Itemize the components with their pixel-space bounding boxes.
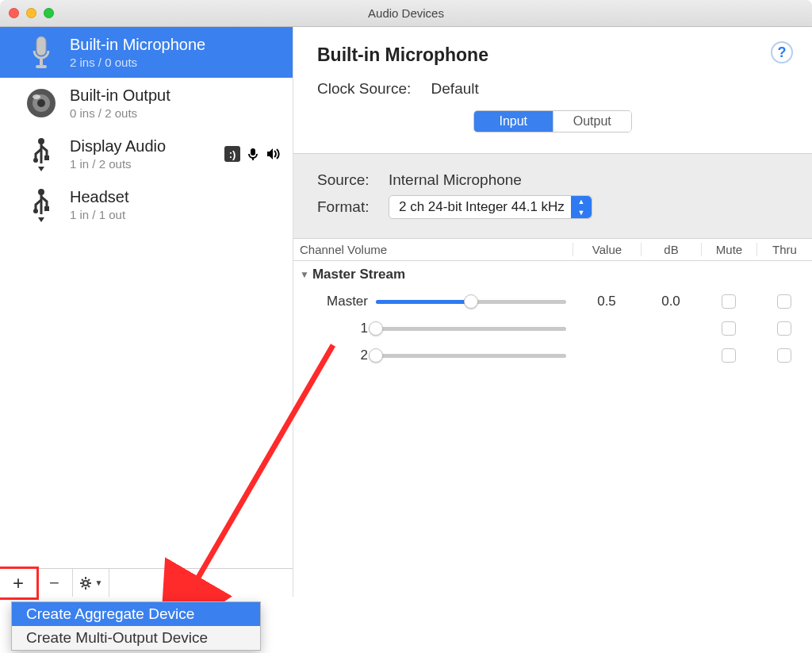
finder-badge-icon: :) <box>224 146 240 162</box>
svg-line-20 <box>82 579 83 581</box>
speaker-icon <box>22 86 60 121</box>
titlebar: Audio Devices <box>0 0 812 27</box>
format-select[interactable]: 2 ch 24-bit Integer 44.1 kHz ▲▼ <box>389 195 592 219</box>
device-name: Display Audio <box>70 137 224 156</box>
help-button[interactable]: ? <box>771 41 793 63</box>
stepper-icon: ▲▼ <box>571 196 592 218</box>
svg-point-13 <box>33 209 38 213</box>
channel-row: 2 <box>293 342 812 369</box>
device-io-count: 1 in / 1 out <box>70 208 293 221</box>
device-io-count: 0 ins / 2 outs <box>70 106 293 120</box>
channel-table-body: ▼Master Stream Master 0.5 0.0 <box>293 261 812 369</box>
column-thru[interactable]: Thru <box>756 243 812 256</box>
panel-title: Built-in Microphone <box>317 44 788 66</box>
gear-icon <box>79 576 94 590</box>
mute-checkbox[interactable] <box>722 348 736 363</box>
disclosure-triangle-icon[interactable]: ▼ <box>300 269 309 280</box>
device-io-count: 1 in / 2 outs <box>70 157 224 171</box>
tab-output[interactable]: Output <box>553 111 632 132</box>
svg-point-15 <box>83 581 88 586</box>
svg-rect-2 <box>36 65 47 68</box>
usb-icon <box>22 187 60 222</box>
thru-checkbox[interactable] <box>777 294 791 309</box>
stream-name: Master Stream <box>312 267 405 282</box>
menu-item-create-aggregate[interactable]: Create Aggregate Device <box>12 602 260 626</box>
device-actions-menu-button[interactable]: ▼ <box>73 569 109 597</box>
device-io-count: 2 ins / 0 outs <box>70 56 293 69</box>
svg-rect-0 <box>36 36 46 56</box>
column-value[interactable]: Value <box>573 243 641 256</box>
thru-checkbox[interactable] <box>777 321 791 336</box>
svg-rect-14 <box>44 206 49 211</box>
svg-rect-10 <box>251 148 255 156</box>
device-sidebar: Built-in Microphone 2 ins / 0 outs Built… <box>0 27 293 597</box>
svg-line-21 <box>88 586 90 587</box>
device-name: Built-in Microphone <box>70 36 293 54</box>
svg-rect-1 <box>40 59 43 65</box>
device-list: Built-in Microphone 2 ins / 0 outs Built… <box>0 27 293 568</box>
device-built-in-output[interactable]: Built-in Output 0 ins / 2 outs <box>0 78 293 129</box>
column-db[interactable]: dB <box>641 243 701 256</box>
thru-checkbox[interactable] <box>777 348 791 363</box>
format-value: 2 ch 24-bit Integer 44.1 kHz <box>399 199 565 215</box>
mute-checkbox[interactable] <box>722 294 736 309</box>
column-mute[interactable]: Mute <box>701 243 756 256</box>
channel-table-header: Channel Volume Value dB Mute Thru <box>293 239 812 261</box>
svg-point-8 <box>33 158 38 163</box>
channel-name: Master <box>317 294 376 309</box>
tab-input[interactable]: Input <box>474 111 553 132</box>
svg-point-5 <box>37 99 45 107</box>
speaker-badge-icon <box>266 146 282 162</box>
svg-line-23 <box>88 579 90 581</box>
device-detail-panel: Built-in Microphone ? Clock Source: Defa… <box>293 27 812 597</box>
mic-badge-icon <box>245 146 261 162</box>
volume-slider-1[interactable] <box>376 320 566 337</box>
device-headset[interactable]: Headset 1 in / 1 out <box>0 179 293 230</box>
channel-row: Master 0.5 0.0 <box>293 288 812 315</box>
svg-line-22 <box>82 586 83 587</box>
remove-device-button[interactable]: − <box>36 569 73 597</box>
device-status-badges: :) <box>224 146 282 162</box>
microphone-icon <box>22 35 60 70</box>
channel-name: 1 <box>317 321 376 336</box>
svg-rect-9 <box>44 156 49 160</box>
device-name: Built-in Output <box>70 86 293 105</box>
sidebar-toolbar: + − ▼ <box>0 568 293 597</box>
window-title: Audio Devices <box>0 6 812 20</box>
add-device-button[interactable]: + <box>0 567 39 600</box>
source-value: Internal Microphone <box>389 171 522 189</box>
clock-source-label: Clock Source: <box>317 80 411 97</box>
add-device-menu: Create Aggregate Device Create Multi-Out… <box>11 601 261 651</box>
source-label: Source: <box>317 171 389 189</box>
column-channel[interactable]: Channel Volume <box>293 243 573 256</box>
channel-row: 1 <box>293 315 812 342</box>
clock-source-value: Default <box>431 80 479 97</box>
channel-db: 0.0 <box>641 294 701 309</box>
channel-value: 0.5 <box>573 294 641 309</box>
device-display-audio[interactable]: Display Audio 1 in / 2 outs :) <box>0 129 293 179</box>
mute-checkbox[interactable] <box>722 321 736 336</box>
volume-slider-master[interactable] <box>376 293 566 310</box>
chevron-down-icon: ▼ <box>95 578 103 587</box>
channel-name: 2 <box>317 348 376 363</box>
io-tabs: Input Output <box>473 110 632 133</box>
svg-point-6 <box>33 94 40 99</box>
stream-row[interactable]: ▼Master Stream <box>293 261 812 288</box>
format-label: Format: <box>317 198 389 216</box>
device-built-in-microphone[interactable]: Built-in Microphone 2 ins / 0 outs <box>0 27 293 78</box>
volume-slider-2[interactable] <box>376 347 566 364</box>
usb-icon <box>22 136 60 171</box>
svg-rect-11 <box>252 158 254 160</box>
menu-item-create-multi-output[interactable]: Create Multi-Output Device <box>12 626 260 650</box>
clock-source-row: Clock Source: Default <box>317 80 788 98</box>
device-name: Headset <box>70 188 293 206</box>
